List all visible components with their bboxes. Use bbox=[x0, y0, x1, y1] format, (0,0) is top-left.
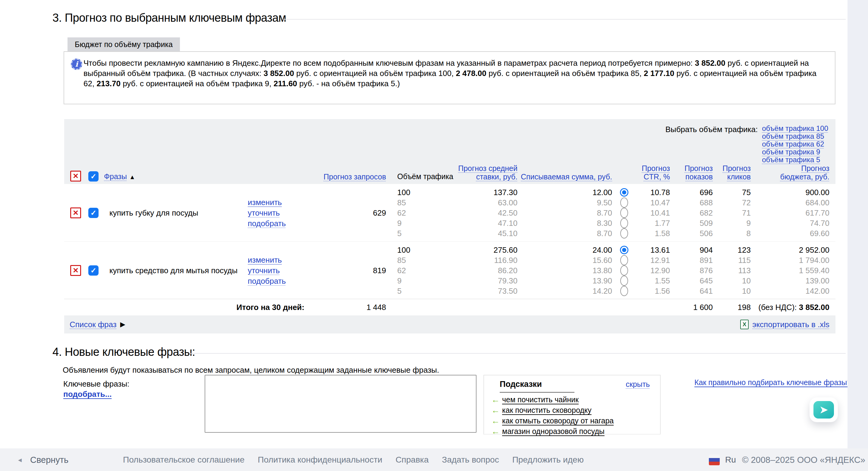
header-shows-forecast[interactable]: Прогноз показов bbox=[684, 164, 713, 181]
collapse-button[interactable]: Свернуть bbox=[30, 455, 68, 465]
traffic-selector-links: объём трафика 100 объём трафика 85 объём… bbox=[762, 124, 828, 164]
hints-panel: Подсказки скрыть чем почистить чайник ка… bbox=[484, 375, 661, 435]
traffic-link-62[interactable]: объём трафика 62 bbox=[762, 140, 824, 148]
traffic-option-radio[interactable] bbox=[620, 246, 628, 254]
traffic-option-radio[interactable] bbox=[620, 198, 628, 208]
traffic-option-radio[interactable] bbox=[620, 275, 628, 286]
budget-column: 2 952.001 794.001 559.40139.00142.00 bbox=[751, 245, 835, 296]
hint-arrow-icon[interactable] bbox=[491, 394, 500, 405]
footer: Свернуть Пользовательское соглашение Пол… bbox=[0, 448, 868, 471]
forecast-table: Выбрать объём трафика: объём трафика 100… bbox=[64, 119, 835, 333]
traffic-option-radio[interactable] bbox=[620, 218, 628, 228]
tab-traffic-budget[interactable]: Бюджет по объёму трафика bbox=[67, 37, 180, 51]
edit-link[interactable]: изменить bbox=[248, 197, 282, 208]
option-radio-column bbox=[612, 187, 636, 238]
footer-link-user-agreement[interactable]: Пользовательское соглашение bbox=[123, 455, 244, 465]
table-row: купить средство для мытья посуды изменит… bbox=[64, 241, 835, 299]
keywords-pick-link[interactable]: подобрать... bbox=[63, 390, 112, 399]
hint-link[interactable]: магазин одноразовой посуды bbox=[502, 427, 604, 436]
sort-asc-icon[interactable] bbox=[129, 174, 135, 181]
delete-row-icon[interactable] bbox=[70, 265, 81, 276]
footer-link-privacy-policy[interactable]: Политика конфиденциальности bbox=[258, 455, 382, 465]
info-icon: i bbox=[71, 59, 82, 70]
section3-divider bbox=[283, 19, 846, 20]
phrase-text: купить средство для мытья посуды bbox=[110, 266, 238, 275]
pick-link[interactable]: подобрать bbox=[248, 276, 286, 287]
header-queries-forecast[interactable]: Прогноз запросов bbox=[324, 173, 386, 181]
hint-link[interactable]: как почистить сковородку bbox=[502, 406, 592, 415]
hint-arrow-icon[interactable] bbox=[491, 426, 500, 437]
shows-column: 696688682509506 bbox=[670, 187, 713, 238]
writeoff-sum-column: 24.0015.6013.8013.9014.20 bbox=[518, 245, 612, 296]
traffic-option-radio[interactable] bbox=[620, 188, 628, 197]
totals-shows: 1 600 bbox=[693, 303, 713, 312]
hint-item: как отмыть сковороду от нагара bbox=[484, 415, 660, 426]
edit-link[interactable]: изменить bbox=[248, 255, 282, 265]
traffic-volume-column: 100856295 bbox=[395, 187, 470, 238]
section3-title: 3. Прогноз по выбранным ключевым фразам bbox=[53, 11, 286, 24]
traffic-option-radio[interactable] bbox=[620, 228, 628, 238]
hint-item: чем почистить чайник bbox=[484, 394, 660, 405]
expand-triangle-icon[interactable] bbox=[120, 321, 125, 328]
phrase-text: купить губку для посуды bbox=[110, 208, 198, 217]
totals-queries: 1 448 bbox=[367, 303, 386, 312]
keywords-input[interactable] bbox=[205, 375, 476, 433]
traffic-option-radio[interactable] bbox=[620, 286, 628, 296]
phrase-list-link[interactable]: Список фраз bbox=[70, 320, 117, 329]
refine-link[interactable]: уточнить bbox=[248, 208, 280, 218]
row-checkbox[interactable] bbox=[88, 265, 98, 275]
row-checkbox[interactable] bbox=[88, 208, 98, 218]
footer-link-help[interactable]: Справка bbox=[396, 455, 429, 465]
header-writeoff-sum[interactable]: Списываемая сумма, руб. bbox=[521, 173, 612, 181]
header-avg-bid[interactable]: Прогноз средней ставки, руб. bbox=[458, 164, 518, 181]
option-radio-column bbox=[612, 245, 636, 296]
queries-forecast-value: 629 bbox=[373, 208, 386, 217]
footer-links: Пользовательское соглашение Политика кон… bbox=[123, 448, 584, 471]
totals-label: Итого на 30 дней: bbox=[237, 303, 304, 312]
traffic-option-radio[interactable] bbox=[620, 208, 628, 218]
language-switcher[interactable]: Ru bbox=[725, 455, 736, 465]
hint-link[interactable]: чем почистить чайник bbox=[502, 395, 579, 404]
pick-link[interactable]: подобрать bbox=[248, 218, 286, 229]
collapse-chevron-icon[interactable] bbox=[18, 455, 22, 464]
queries-forecast-value: 819 bbox=[373, 266, 386, 275]
hint-item: как почистить сковородку bbox=[484, 405, 660, 415]
header-ctr-forecast[interactable]: Прогноз CTR, % bbox=[642, 164, 670, 181]
hint-link[interactable]: как отмыть сковороду от нагара bbox=[502, 416, 614, 425]
table-header-row: Фразы Прогноз запросов Объём трафика Про… bbox=[64, 167, 835, 184]
traffic-option-radio[interactable] bbox=[620, 255, 628, 265]
budget-column: 900.00684.00617.7074.7069.60 bbox=[751, 187, 835, 238]
header-phrases[interactable]: Фразы bbox=[104, 172, 127, 181]
budget-forecast-page: 3. Прогноз по выбранным ключевым фразам … bbox=[0, 0, 868, 471]
traffic-link-5[interactable]: объём трафика 5 bbox=[762, 156, 820, 164]
traffic-link-85[interactable]: объём трафика 85 bbox=[762, 133, 824, 140]
table-row: купить губку для посуды изменить уточнит… bbox=[64, 184, 835, 241]
avg-bid-column: 275.60116.9086.2079.3073.50 bbox=[470, 245, 518, 296]
traffic-selector-band: Выбрать объём трафика: объём трафика 100… bbox=[64, 119, 835, 167]
footer-link-suggest-idea[interactable]: Предложить идею bbox=[513, 455, 584, 465]
russia-flag-icon bbox=[709, 454, 720, 465]
select-all-checkbox[interactable] bbox=[88, 171, 98, 181]
header-clicks-forecast[interactable]: Прогноз кликов bbox=[722, 164, 751, 181]
header-budget-forecast[interactable]: Прогноз бюджета, руб. bbox=[780, 164, 830, 181]
excel-icon bbox=[740, 320, 749, 329]
refine-link[interactable]: уточнить bbox=[248, 265, 280, 276]
traffic-link-100[interactable]: объём трафика 100 bbox=[762, 124, 828, 133]
avg-bid-column: 137.3063.0042.5047.1045.10 bbox=[470, 187, 518, 238]
footer-link-ask-question[interactable]: Задать вопрос bbox=[442, 455, 499, 465]
traffic-option-radio[interactable] bbox=[620, 265, 628, 275]
hints-hide-link[interactable]: скрыть bbox=[626, 380, 650, 389]
hint-item: магазин одноразовой посуды bbox=[484, 426, 660, 437]
export-xls-link[interactable]: экспортировать в .xls bbox=[752, 320, 830, 329]
helper-widget-button[interactable] bbox=[809, 398, 838, 422]
delete-all-icon[interactable] bbox=[70, 171, 81, 181]
keywords-help-link[interactable]: Как правильно подбирать ключевые фразы? bbox=[694, 378, 851, 387]
shows-column: 904891876645641 bbox=[670, 245, 713, 296]
ctr-column: 10.7810.4710.411.771.58 bbox=[636, 187, 670, 238]
delete-row-icon[interactable] bbox=[70, 207, 81, 218]
hint-arrow-icon[interactable] bbox=[491, 405, 500, 415]
table-footer-band: Список фраз экспортировать в .xls bbox=[64, 316, 835, 333]
traffic-link-9[interactable]: объём трафика 9 bbox=[762, 148, 820, 156]
section4-description: Объявления будут показываться по всем за… bbox=[63, 365, 439, 375]
hint-arrow-icon[interactable] bbox=[491, 415, 500, 426]
